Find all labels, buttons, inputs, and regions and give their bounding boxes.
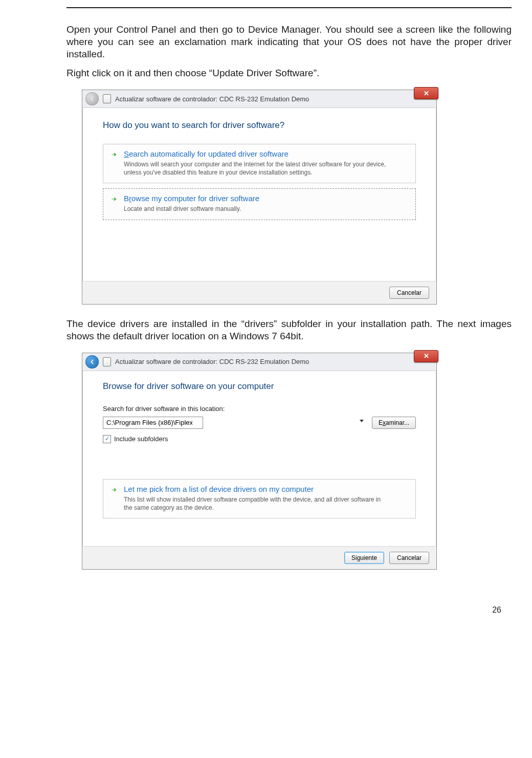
option-title: Let me pick from a list of device driver… xyxy=(124,485,408,493)
option-title: Browse my computer for driver software xyxy=(124,194,408,203)
device-icon xyxy=(103,357,111,366)
intro-paragraph-1: Open your Control Panel and then go to D… xyxy=(66,24,512,60)
close-button[interactable]: ✕ xyxy=(414,87,438,99)
footer-page-number: 26 xyxy=(492,605,501,615)
option-browse-computer[interactable]: Browse my computer for driver software L… xyxy=(103,188,416,220)
top-rule xyxy=(66,7,512,8)
dialog-body: Browse for driver software on your compu… xyxy=(82,371,436,546)
browse-button-label: Examinar... xyxy=(379,419,409,426)
driver-search-dialog: Actualizar software de controlador: CDC … xyxy=(82,90,437,305)
option-pick-from-list[interactable]: Let me pick from a list of device driver… xyxy=(103,479,416,518)
dialog-title: Actualizar software de controlador: CDC … xyxy=(115,358,309,365)
arrow-right-icon xyxy=(110,151,118,158)
close-button[interactable]: ✕ xyxy=(414,350,438,362)
arrow-right-icon xyxy=(110,486,118,493)
option-description: This list will show installed driver sof… xyxy=(124,495,390,512)
option-search-automatically[interactable]: Search automatically for updated driver … xyxy=(103,144,416,183)
cancel-button[interactable]: Cancelar xyxy=(389,552,429,564)
arrow-left-icon xyxy=(88,358,96,365)
arrow-right-icon xyxy=(110,196,118,203)
dialog-titlebar: Actualizar software de controlador: CDC … xyxy=(82,90,436,108)
dialog-body: How do you want to search for driver sof… xyxy=(82,108,436,281)
device-icon xyxy=(103,94,111,103)
next-button[interactable]: Siguiente xyxy=(344,552,384,564)
middle-paragraph: The device drivers are installed in the … xyxy=(66,318,512,342)
path-input[interactable] xyxy=(103,417,203,429)
option-description: Windows will search your computer and th… xyxy=(124,160,390,177)
path-combobox[interactable] xyxy=(103,417,367,429)
intro-paragraph-2: Right click on it and then choose “Updat… xyxy=(66,67,512,79)
arrow-left-icon xyxy=(88,95,96,102)
path-field-label: Search for driver software in this locat… xyxy=(103,405,416,413)
browse-button[interactable]: Examinar... xyxy=(372,417,416,429)
chevron-down-icon xyxy=(360,420,364,422)
include-subfolders-checkbox[interactable]: ✓ xyxy=(103,435,111,443)
dialog-footer: Cancelar xyxy=(82,281,436,304)
option-title: Search automatically for updated driver … xyxy=(124,149,408,158)
dialog-titlebar: Actualizar software de controlador: CDC … xyxy=(82,353,436,371)
back-button[interactable] xyxy=(85,355,99,369)
dialog-heading: Browse for driver software on your compu… xyxy=(103,381,416,392)
close-icon: ✕ xyxy=(424,90,429,97)
close-icon: ✕ xyxy=(424,353,429,359)
dialog-footer: Siguiente Cancelar xyxy=(82,546,436,569)
back-button[interactable] xyxy=(85,92,99,105)
cancel-button[interactable]: Cancelar xyxy=(389,287,429,299)
driver-browse-dialog: Actualizar software de controlador: CDC … xyxy=(82,353,437,570)
dialog-heading: How do you want to search for driver sof… xyxy=(103,120,416,131)
dialog-title: Actualizar software de controlador: CDC … xyxy=(115,95,309,103)
include-subfolders-label: Include subfolders xyxy=(114,435,168,443)
option-description: Locate and install driver software manua… xyxy=(124,205,390,213)
include-subfolders-row[interactable]: ✓ Include subfolders xyxy=(103,435,416,443)
